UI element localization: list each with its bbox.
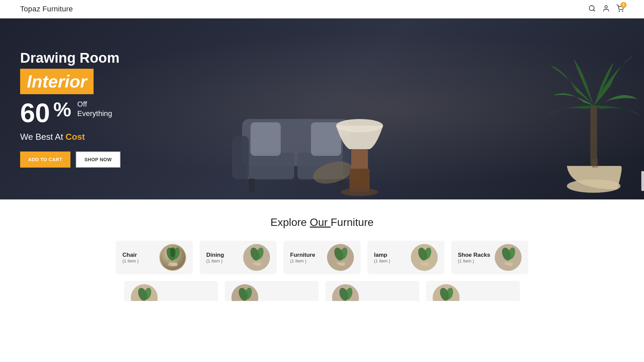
hero-subtitle-prefix: We Best At: [20, 132, 65, 142]
category-card-dining[interactable]: Dining (1 Item ): [200, 241, 277, 274]
category-thumb-chair: [159, 244, 186, 271]
hero-orange-box: Interior: [20, 69, 94, 94]
category-card-furniture[interactable]: Furniture (1 Item ): [283, 241, 361, 274]
svg-rect-8: [232, 136, 249, 179]
category-count-shoe-racks: (1 Item ): [458, 258, 491, 263]
category-thumb-furniture: [327, 244, 354, 271]
category-count-lamp: (1 Item ): [374, 258, 408, 263]
category-name-lamp: lamp: [374, 252, 408, 258]
hero-off-line2: Everything: [77, 109, 112, 119]
svg-rect-10: [249, 179, 255, 192]
header-actions: 0: [588, 5, 624, 14]
category-grid-row2: [20, 281, 624, 301]
svg-rect-16: [351, 149, 368, 169]
search-icon[interactable]: [588, 5, 596, 14]
category-thumb-partial-3: [332, 284, 359, 301]
shop-now-button[interactable]: SHOP NOW: [76, 152, 121, 168]
category-count-chair: (1 Item ): [122, 258, 156, 263]
add-to-cart-button[interactable]: ADD TO CART: [20, 152, 70, 168]
category-card-lamp[interactable]: lamp (1 Item ): [367, 241, 444, 274]
explore-prefix: Explore: [270, 216, 310, 228]
category-card-partial-1[interactable]: [124, 281, 218, 301]
hero-off-text: Off Everything: [77, 100, 112, 119]
category-count-furniture: (1 Item ): [290, 258, 324, 263]
plant-svg: [543, 39, 644, 199]
svg-point-3: [619, 11, 620, 11]
header: Topaz Furniture 0: [0, 0, 644, 18]
svg-point-18: [341, 188, 378, 196]
hero-title-top: Drawing Room: [20, 50, 120, 66]
category-name-chair: Chair: [122, 252, 156, 258]
svg-point-27: [170, 247, 175, 257]
category-thumb-lamp: [411, 244, 438, 271]
hero-subtitle-highlight: Cost: [65, 132, 85, 142]
hero-content: Drawing Room Interior 60 % Off Everythin…: [0, 30, 141, 187]
cart-count-badge: 0: [621, 2, 627, 8]
category-info-shoe-racks: Shoe Racks (1 Item ): [458, 252, 491, 263]
category-info-chair: Chair (1 Item ): [122, 252, 156, 263]
category-thumb-dining: [243, 244, 270, 271]
category-thumb-partial-1: [131, 284, 158, 301]
category-count-dining: (1 Item ): [206, 258, 240, 263]
category-card-partial-4[interactable]: [426, 281, 520, 301]
category-card-shoe-racks[interactable]: Shoe Racks (1 Item ): [451, 241, 528, 274]
hero-discount-block: 60 % Off Everything: [20, 100, 120, 126]
svg-rect-22: [595, 158, 598, 168]
category-card-partial-3[interactable]: [325, 281, 419, 301]
category-info-lamp: lamp (1 Item ): [374, 252, 408, 263]
hero-interior-word: Interior: [27, 72, 87, 91]
category-thumb-shoe-racks: [495, 244, 522, 271]
svg-rect-21: [592, 159, 595, 168]
lamp-svg: [333, 106, 386, 199]
category-info-furniture: Furniture (1 Item ): [290, 252, 324, 263]
svg-rect-13: [251, 122, 281, 156]
site-logo: Topaz Furniture: [20, 5, 73, 13]
hero-discount-percent: %: [53, 100, 71, 120]
category-info-dining: Dining (1 Item ): [206, 252, 240, 263]
svg-rect-20: [590, 106, 597, 166]
svg-point-2: [605, 5, 607, 8]
svg-line-1: [593, 10, 595, 11]
explore-title: Explore Our Furniture: [20, 216, 624, 229]
hero-subtitle: We Best At Cost: [20, 132, 120, 142]
cart-icon[interactable]: 0: [616, 5, 624, 14]
svg-rect-6: [246, 153, 294, 179]
category-name-shoe-racks: Shoe Racks: [458, 252, 491, 258]
hero-section: Drawing Room Interior 60 % Off Everythin…: [0, 18, 644, 199]
explore-section: Explore Our Furniture Chair (1 Item ): [0, 199, 644, 311]
category-thumb-partial-2: [231, 284, 258, 301]
hero-buttons: ADD TO CART SHOP NOW: [20, 152, 120, 168]
category-thumb-partial-4: [433, 284, 460, 301]
hero-discount-number: 60: [20, 100, 50, 126]
user-icon[interactable]: [602, 5, 610, 14]
svg-point-4: [622, 11, 623, 11]
explore-suffix: Furniture: [331, 216, 374, 228]
category-name-dining: Dining: [206, 252, 240, 258]
category-card-chair[interactable]: Chair (1 Item ): [116, 241, 193, 274]
category-grid-row1: Chair (1 Item ): [20, 241, 624, 274]
explore-underline: Our: [310, 216, 331, 228]
category-name-furniture: Furniture: [290, 252, 324, 258]
hero-off-line1: Off: [77, 100, 112, 109]
category-card-partial-2[interactable]: [225, 281, 319, 301]
hero-decoration: [225, 18, 644, 199]
